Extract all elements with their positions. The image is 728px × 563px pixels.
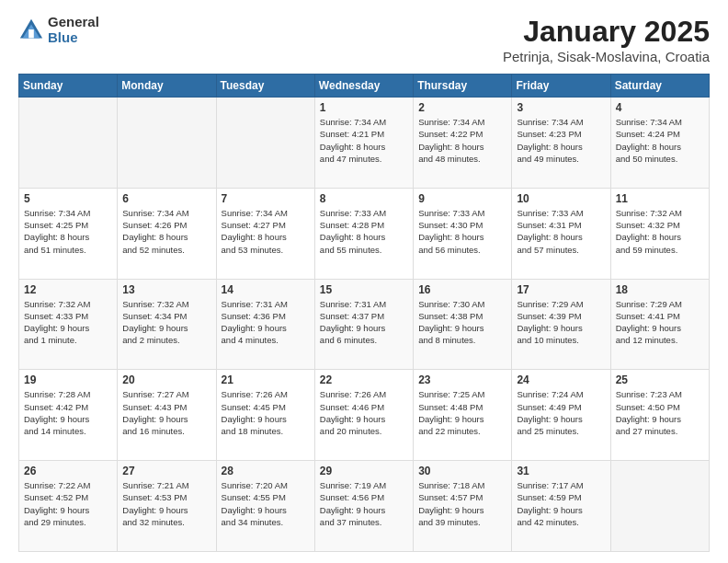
cell-info: Sunrise: 7:29 AM Sunset: 4:39 PM Dayligh… <box>517 298 605 347</box>
table-row <box>216 98 314 189</box>
calendar-title: January 2025 <box>503 15 710 49</box>
cell-info: Sunrise: 7:22 AM Sunset: 4:52 PM Dayligh… <box>24 479 112 528</box>
cell-day-number: 25 <box>616 373 704 386</box>
logo-general-text: General <box>48 15 99 30</box>
table-row: 15Sunrise: 7:31 AM Sunset: 4:37 PM Dayli… <box>314 279 413 370</box>
table-row: 19Sunrise: 7:28 AM Sunset: 4:42 PM Dayli… <box>19 370 118 461</box>
cell-info: Sunrise: 7:25 AM Sunset: 4:48 PM Dayligh… <box>418 388 506 437</box>
cell-info: Sunrise: 7:32 AM Sunset: 4:33 PM Dayligh… <box>24 298 112 347</box>
cell-day-number: 21 <box>222 373 310 386</box>
cell-day-number: 3 <box>517 101 605 114</box>
table-row: 9Sunrise: 7:33 AM Sunset: 4:30 PM Daylig… <box>414 188 512 279</box>
cell-info: Sunrise: 7:32 AM Sunset: 4:32 PM Dayligh… <box>616 207 704 256</box>
cell-info: Sunrise: 7:26 AM Sunset: 4:46 PM Dayligh… <box>320 388 408 437</box>
cell-day-number: 31 <box>517 465 605 477</box>
cell-day-number: 16 <box>418 283 506 296</box>
cell-day-number: 5 <box>24 192 112 205</box>
table-row: 31Sunrise: 7:17 AM Sunset: 4:59 PM Dayli… <box>512 461 610 552</box>
cell-day-number: 19 <box>24 373 112 386</box>
table-row: 28Sunrise: 7:20 AM Sunset: 4:55 PM Dayli… <box>216 461 314 552</box>
cell-day-number: 17 <box>517 283 605 296</box>
table-row <box>118 98 216 189</box>
table-row: 3Sunrise: 7:34 AM Sunset: 4:23 PM Daylig… <box>512 98 610 189</box>
cell-info: Sunrise: 7:34 AM Sunset: 4:25 PM Dayligh… <box>24 207 112 256</box>
header-friday: Friday <box>512 75 610 98</box>
cell-info: Sunrise: 7:32 AM Sunset: 4:34 PM Dayligh… <box>122 298 210 347</box>
calendar-week-row: 1Sunrise: 7:34 AM Sunset: 4:21 PM Daylig… <box>19 98 710 189</box>
logo-blue-text: Blue <box>48 30 99 46</box>
logo: General Blue <box>18 15 99 45</box>
table-row <box>610 461 709 552</box>
table-row: 17Sunrise: 7:29 AM Sunset: 4:39 PM Dayli… <box>512 279 610 370</box>
table-row: 27Sunrise: 7:21 AM Sunset: 4:53 PM Dayli… <box>118 461 216 552</box>
cell-info: Sunrise: 7:28 AM Sunset: 4:42 PM Dayligh… <box>24 388 112 437</box>
cell-info: Sunrise: 7:26 AM Sunset: 4:45 PM Dayligh… <box>222 388 310 437</box>
cell-info: Sunrise: 7:34 AM Sunset: 4:21 PM Dayligh… <box>320 116 408 165</box>
cell-day-number: 24 <box>517 373 605 386</box>
cell-info: Sunrise: 7:20 AM Sunset: 4:55 PM Dayligh… <box>222 479 310 528</box>
table-row: 12Sunrise: 7:32 AM Sunset: 4:33 PM Dayli… <box>19 279 118 370</box>
header-wednesday: Wednesday <box>314 75 413 98</box>
cell-day-number: 22 <box>320 373 408 386</box>
table-row: 7Sunrise: 7:34 AM Sunset: 4:27 PM Daylig… <box>216 188 314 279</box>
cell-day-number: 23 <box>418 373 506 386</box>
table-row: 2Sunrise: 7:34 AM Sunset: 4:22 PM Daylig… <box>414 98 512 189</box>
cell-day-number: 11 <box>616 192 704 205</box>
cell-info: Sunrise: 7:34 AM Sunset: 4:22 PM Dayligh… <box>418 116 506 165</box>
title-block: January 2025 Petrinja, Sisak-Moslavina, … <box>503 15 710 64</box>
cell-day-number: 12 <box>24 283 112 296</box>
calendar-subtitle: Petrinja, Sisak-Moslavina, Croatia <box>503 49 710 64</box>
cell-day-number: 14 <box>222 283 310 296</box>
cell-info: Sunrise: 7:31 AM Sunset: 4:37 PM Dayligh… <box>320 298 408 347</box>
calendar-table: Sunday Monday Tuesday Wednesday Thursday… <box>18 74 710 552</box>
cell-day-number: 13 <box>122 283 210 296</box>
table-row: 24Sunrise: 7:24 AM Sunset: 4:49 PM Dayli… <box>512 370 610 461</box>
logo-text: General Blue <box>48 15 99 45</box>
calendar-week-row: 19Sunrise: 7:28 AM Sunset: 4:42 PM Dayli… <box>19 370 710 461</box>
cell-info: Sunrise: 7:34 AM Sunset: 4:23 PM Dayligh… <box>517 116 605 165</box>
cell-day-number: 28 <box>222 465 310 477</box>
cell-info: Sunrise: 7:34 AM Sunset: 4:24 PM Dayligh… <box>616 116 704 165</box>
svg-rect-2 <box>28 29 34 38</box>
table-row: 5Sunrise: 7:34 AM Sunset: 4:25 PM Daylig… <box>19 188 118 279</box>
calendar-header-row: Sunday Monday Tuesday Wednesday Thursday… <box>19 75 710 98</box>
cell-info: Sunrise: 7:30 AM Sunset: 4:38 PM Dayligh… <box>418 298 506 347</box>
cell-day-number: 7 <box>222 192 310 205</box>
table-row: 18Sunrise: 7:29 AM Sunset: 4:41 PM Dayli… <box>610 279 709 370</box>
table-row: 29Sunrise: 7:19 AM Sunset: 4:56 PM Dayli… <box>314 461 413 552</box>
table-row: 21Sunrise: 7:26 AM Sunset: 4:45 PM Dayli… <box>216 370 314 461</box>
cell-info: Sunrise: 7:34 AM Sunset: 4:27 PM Dayligh… <box>222 207 310 256</box>
table-row: 6Sunrise: 7:34 AM Sunset: 4:26 PM Daylig… <box>118 188 216 279</box>
cell-day-number: 9 <box>418 192 506 205</box>
cell-day-number: 8 <box>320 192 408 205</box>
cell-info: Sunrise: 7:33 AM Sunset: 4:31 PM Dayligh… <box>517 207 605 256</box>
header-thursday: Thursday <box>414 75 512 98</box>
header-sunday: Sunday <box>19 75 118 98</box>
table-row: 25Sunrise: 7:23 AM Sunset: 4:50 PM Dayli… <box>610 370 709 461</box>
table-row: 8Sunrise: 7:33 AM Sunset: 4:28 PM Daylig… <box>314 188 413 279</box>
table-row: 26Sunrise: 7:22 AM Sunset: 4:52 PM Dayli… <box>19 461 118 552</box>
cell-day-number: 29 <box>320 465 408 477</box>
table-row: 16Sunrise: 7:30 AM Sunset: 4:38 PM Dayli… <box>414 279 512 370</box>
cell-info: Sunrise: 7:24 AM Sunset: 4:49 PM Dayligh… <box>517 388 605 437</box>
cell-info: Sunrise: 7:19 AM Sunset: 4:56 PM Dayligh… <box>320 479 408 528</box>
cell-day-number: 1 <box>320 101 408 114</box>
cell-day-number: 18 <box>616 283 704 296</box>
cell-info: Sunrise: 7:31 AM Sunset: 4:36 PM Dayligh… <box>222 298 310 347</box>
table-row: 11Sunrise: 7:32 AM Sunset: 4:32 PM Dayli… <box>610 188 709 279</box>
cell-day-number: 26 <box>24 465 112 477</box>
table-row: 20Sunrise: 7:27 AM Sunset: 4:43 PM Dayli… <box>118 370 216 461</box>
page: General Blue January 2025 Petrinja, Sisa… <box>0 0 728 563</box>
header: General Blue January 2025 Petrinja, Sisa… <box>18 15 710 64</box>
cell-info: Sunrise: 7:23 AM Sunset: 4:50 PM Dayligh… <box>616 388 704 437</box>
cell-day-number: 2 <box>418 101 506 114</box>
table-row: 14Sunrise: 7:31 AM Sunset: 4:36 PM Dayli… <box>216 279 314 370</box>
cell-info: Sunrise: 7:21 AM Sunset: 4:53 PM Dayligh… <box>122 479 210 528</box>
table-row: 10Sunrise: 7:33 AM Sunset: 4:31 PM Dayli… <box>512 188 610 279</box>
cell-day-number: 30 <box>418 465 506 477</box>
cell-day-number: 20 <box>122 373 210 386</box>
cell-info: Sunrise: 7:33 AM Sunset: 4:30 PM Dayligh… <box>418 207 506 256</box>
header-saturday: Saturday <box>610 75 709 98</box>
calendar-week-row: 26Sunrise: 7:22 AM Sunset: 4:52 PM Dayli… <box>19 461 710 552</box>
cell-info: Sunrise: 7:34 AM Sunset: 4:26 PM Dayligh… <box>122 207 210 256</box>
